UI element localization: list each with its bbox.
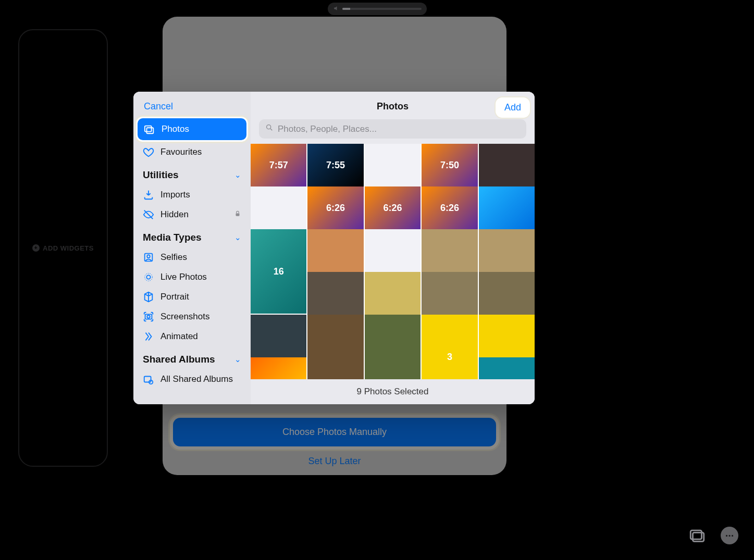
chevron-down-icon: ⌄ [234, 233, 241, 242]
sidebar-item-label: Imports [160, 190, 190, 200]
photo-thumbnail[interactable]: 7:57 [251, 144, 306, 187]
photo-thumbnail[interactable]: ✓ [251, 357, 306, 379]
photo-thumbnail[interactable] [307, 315, 363, 379]
search-icon [265, 123, 274, 134]
selection-count: 9 Photos Selected [251, 379, 535, 404]
sidebar-item-portrait[interactable]: Portrait [133, 287, 251, 307]
section-header-shared-albums[interactable]: Shared Albums ⌄ [133, 346, 251, 369]
sidebar-item-label: Portrait [160, 292, 189, 302]
photo-thumbnail[interactable] [479, 272, 535, 315]
shared-icon [143, 374, 154, 385]
photo-thumbnail[interactable] [479, 315, 535, 358]
picker-title: Photos [259, 101, 526, 112]
picker-sidebar: Cancel Photos Favourites Utilities ⌄ Imp… [133, 92, 251, 404]
sidebar-item-favourites[interactable]: Favourites [133, 142, 251, 162]
photo-thumbnail[interactable] [479, 229, 535, 272]
sidebar-item-label: Favourites [160, 147, 202, 157]
hidden-icon [143, 209, 154, 220]
add-button-label: Add [504, 102, 521, 113]
sidebar-item-label: Animated [160, 331, 198, 342]
sidebar-item-label: All Shared Albums [160, 374, 233, 384]
svg-point-8 [146, 275, 150, 279]
section-header-utilities[interactable]: Utilities ⌄ [133, 162, 251, 185]
photo-thumbnail[interactable] [307, 272, 363, 315]
photo-thumbnail[interactable] [365, 229, 421, 272]
sidebar-item-label: Screenshots [160, 312, 210, 322]
section-header-media-types[interactable]: Media Types ⌄ [133, 225, 251, 247]
svg-point-9 [145, 273, 153, 281]
photo-thumbnail[interactable] [479, 186, 535, 230]
svg-rect-5 [236, 213, 240, 216]
photo-thumbnail[interactable]: 7:55 [307, 144, 363, 187]
photo-thumbnail[interactable] [365, 144, 421, 187]
cancel-button[interactable]: Cancel [144, 101, 173, 111]
svg-rect-3 [147, 128, 154, 133]
bottom-right-controls: ··· [688, 527, 738, 544]
photo-thumbnail[interactable]: 6:26 [365, 186, 421, 230]
photo-thumbnail[interactable] [365, 315, 421, 379]
gallery-icon[interactable] [688, 527, 706, 544]
sidebar-item-label: Live Photos [160, 272, 207, 282]
section-title: Shared Albums [143, 354, 215, 365]
sidebar-item-photos[interactable]: Photos [138, 118, 246, 140]
photo-grid: 7:577:557:506:266:266:26163✓ [251, 144, 535, 379]
photo-thumbnail[interactable] [365, 272, 421, 315]
selfie-icon [143, 252, 154, 263]
photo-thumbnail[interactable] [307, 229, 363, 272]
svg-point-7 [147, 255, 150, 258]
cube-icon [143, 291, 154, 303]
photo-thumbnail[interactable] [251, 315, 306, 358]
heart-icon [143, 146, 154, 158]
picker-main: Photos Add Photos, People, Places... 7:5… [251, 92, 535, 404]
sidebar-item-live-photos[interactable]: Live Photos [133, 267, 251, 287]
svg-rect-2 [145, 126, 152, 132]
section-title: Utilities [143, 169, 179, 181]
screenshot-icon [143, 311, 154, 322]
sidebar-item-selfies[interactable]: Selfies [133, 247, 251, 267]
photo-thumbnail[interactable] [479, 144, 535, 187]
add-button[interactable]: Add [497, 99, 528, 116]
chevron-down-icon: ⌄ [234, 170, 241, 180]
photo-thumbnail[interactable]: 6:26 [422, 186, 477, 230]
search-input[interactable]: Photos, People, Places... [259, 119, 526, 139]
photo-thumbnail[interactable] [479, 357, 535, 379]
photos-icon [144, 123, 155, 135]
sidebar-item-screenshots[interactable]: Screenshots [133, 307, 251, 327]
sidebar-item-label: Selfies [160, 252, 187, 263]
photo-thumbnail[interactable] [422, 272, 477, 315]
photo-thumbnail[interactable]: 7:50 [422, 144, 477, 187]
import-icon [143, 189, 154, 201]
photo-thumbnail[interactable] [422, 229, 477, 272]
photo-thumbnail[interactable] [251, 186, 306, 230]
photo-thumbnail[interactable]: 16 [251, 229, 306, 314]
animated-icon [143, 331, 154, 342]
sidebar-item-all-shared-albums[interactable]: All Shared Albums [133, 369, 251, 389]
svg-point-11 [147, 315, 150, 318]
section-title: Media Types [143, 232, 202, 243]
more-icon[interactable]: ··· [721, 527, 738, 544]
sidebar-item-animated[interactable]: Animated [133, 327, 251, 346]
svg-rect-12 [144, 377, 151, 382]
svg-point-14 [267, 125, 271, 129]
photo-thumbnail[interactable]: 6:26 [307, 186, 363, 230]
search-placeholder: Photos, People, Places... [278, 124, 377, 134]
livephoto-icon [143, 271, 154, 283]
sidebar-item-imports[interactable]: Imports [133, 185, 251, 205]
chevron-down-icon: ⌄ [234, 355, 241, 364]
sidebar-item-hidden[interactable]: Hidden [133, 205, 251, 225]
sidebar-item-label: Photos [162, 124, 189, 134]
svg-line-15 [270, 129, 272, 130]
lock-icon [234, 210, 241, 219]
sidebar-item-label: Hidden [160, 209, 189, 220]
photo-picker-modal: Cancel Photos Favourites Utilities ⌄ Imp… [133, 92, 535, 404]
photo-thumbnail[interactable]: 3 [422, 315, 477, 379]
